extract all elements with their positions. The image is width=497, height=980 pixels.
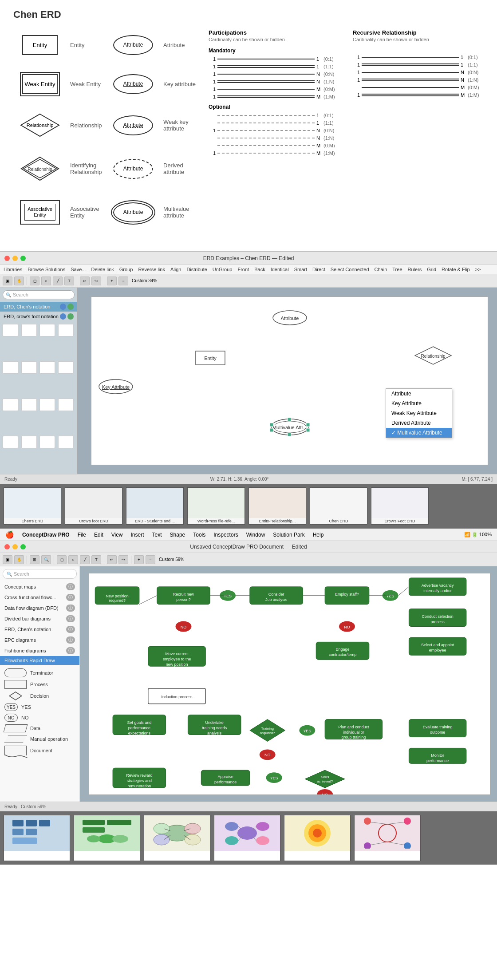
cd-toolbar-text[interactable]: T — [91, 555, 101, 564]
erd-canvas-inner[interactable]: Attribute Entity Relatio — [91, 296, 488, 465]
toolbar-zoomout[interactable]: − — [118, 277, 128, 285]
thumb-crowsfoot2[interactable]: Crow's Foot ERD — [371, 487, 429, 525]
menu-libraries[interactable]: Libraries — [4, 267, 22, 272]
thumb-chenserd[interactable]: Chen's ERD — [4, 487, 61, 525]
menu-text[interactable]: Text — [152, 532, 162, 538]
menu-view[interactable]: View — [111, 532, 123, 538]
menu-chain[interactable]: Chain — [375, 267, 387, 272]
toolbar-shape2[interactable]: ○ — [41, 277, 51, 285]
shape-thumb-5[interactable] — [3, 361, 18, 374]
toolbar-shape1[interactable]: ◻ — [30, 277, 39, 285]
toolbar-text[interactable]: T — [64, 277, 74, 285]
menu-edit[interactable]: Edit — [94, 532, 103, 538]
menu-save[interactable]: Save... — [71, 267, 86, 272]
ctx-weak-key-attribute[interactable]: Weak Key Attribute — [386, 408, 452, 418]
thumb2-6[interactable] — [354, 815, 421, 861]
close-btn2[interactable] — [4, 544, 10, 549]
cd-toolbar-grid[interactable]: ⊞ — [30, 555, 39, 564]
menu-insert[interactable]: Insert — [131, 532, 144, 538]
shape-thumb-7[interactable] — [39, 361, 55, 374]
toolbar-zoomin[interactable]: + — [107, 277, 117, 285]
ctx-derived-attribute[interactable]: Derived Attribute — [386, 418, 452, 428]
cd-toolbar-select[interactable]: ▣ — [3, 555, 12, 564]
thumb2-1[interactable] — [4, 815, 70, 861]
menu-group[interactable]: Group — [119, 267, 133, 272]
menu-deletelink[interactable]: Delete link — [91, 267, 114, 272]
cd-shape-decision[interactable]: Decision — [4, 692, 75, 700]
menu-direct[interactable]: Direct — [312, 267, 325, 272]
shape-thumb-3[interactable] — [39, 324, 55, 336]
thumb2-3[interactable] — [144, 815, 210, 861]
cd-section-flowcharts[interactable]: Flowcharts Rapid Draw — [0, 656, 79, 665]
shape-thumb-4[interactable] — [58, 324, 74, 336]
shape-thumb-1[interactable] — [3, 324, 18, 336]
cd-toolbar-line[interactable]: ╱ — [80, 555, 90, 564]
shape-thumb-16[interactable] — [58, 436, 74, 448]
minimize-btn2[interactable] — [12, 544, 18, 549]
sidebar-item-chen[interactable]: ERD, Chen's notation — [0, 302, 77, 312]
thumb2-4[interactable] — [214, 815, 280, 861]
menu-solutionpark[interactable]: Solution Park — [273, 532, 304, 538]
cd-toolbar-undo[interactable]: ↩ — [107, 555, 117, 564]
conceptdraw-canvas-inner[interactable]: New position required? Recruit new perso… — [89, 573, 490, 795]
menu-rulers[interactable]: Rulers — [408, 267, 422, 272]
cd-toolbar-hand[interactable]: ✋ — [14, 555, 24, 564]
thumb2-2[interactable] — [74, 815, 140, 861]
conceptdraw-canvas[interactable]: New position required? Recruit new perso… — [80, 566, 497, 802]
cd-toolbar-circle[interactable]: ○ — [68, 555, 78, 564]
ctx-attribute[interactable]: Attribute — [386, 389, 452, 399]
menu-more[interactable]: >> — [475, 267, 481, 272]
menu-window[interactable]: Window — [246, 532, 265, 538]
shape-thumb-8[interactable] — [58, 361, 74, 374]
cd-shape-process[interactable]: Process — [4, 680, 75, 689]
shape-thumb-14[interactable] — [21, 436, 37, 448]
menu-tools[interactable]: Tools — [193, 532, 205, 538]
ctx-key-attribute[interactable]: Key Attribute — [386, 399, 452, 408]
ctx-multivalue-attribute[interactable]: ✓ Multivalue Attribute — [386, 428, 452, 438]
menu-shape[interactable]: Shape — [170, 532, 185, 538]
toolbar-line[interactable]: ╱ — [53, 277, 63, 285]
erd-multivalue-node[interactable]: Multivalue Attr... — [270, 418, 310, 438]
menu-rotateflip[interactable]: Rotate & Flip — [442, 267, 470, 272]
cd-section-divided-bar[interactable]: Divided bar diagrams ⓘ — [0, 613, 79, 624]
shape-thumb-10[interactable] — [21, 399, 37, 411]
toolbar-hand[interactable]: ✋ — [14, 277, 24, 285]
cd-section-epc[interactable]: EPC diagrams ⓘ — [0, 635, 79, 645]
toolbar-undo[interactable]: ↩ — [80, 277, 90, 285]
cd-section-concept-maps[interactable]: Concept maps ⓘ — [0, 581, 79, 592]
sidebar-item-crowsfoot[interactable]: ERD, crow's foot notation — [0, 312, 77, 321]
shape-thumb-15[interactable] — [39, 436, 55, 448]
toolbar-redo[interactable]: ↪ — [91, 277, 101, 285]
maximize-btn2[interactable] — [20, 544, 26, 549]
menu-grid[interactable]: Grid — [427, 267, 436, 272]
minimize-button[interactable] — [12, 256, 18, 261]
thumb-entity-rel[interactable]: Entity-Relationship... — [248, 487, 306, 525]
shape-thumb-9[interactable] — [3, 399, 18, 411]
shape-thumb-6[interactable] — [21, 361, 37, 374]
shape-thumb-2[interactable] — [21, 324, 37, 336]
menu-tree[interactable]: Tree — [392, 267, 402, 272]
menu-browse[interactable]: Browse Solutions — [28, 267, 65, 272]
shape-thumb-13[interactable] — [3, 436, 18, 448]
thumb-chenerd[interactable]: Chen ERD — [310, 487, 367, 525]
toolbar-select[interactable]: ▣ — [3, 277, 12, 285]
erd-app-canvas[interactable]: Attribute Entity Relatio — [78, 288, 497, 474]
menu-reverselink[interactable]: Reverse link — [138, 267, 165, 272]
cd-section-fishbone[interactable]: Fishbone diagrams ⓘ — [0, 645, 79, 656]
menu-distribute[interactable]: Distribute — [186, 267, 207, 272]
cd-toolbar-zoomout[interactable]: − — [146, 555, 155, 564]
menu-ungroup[interactable]: UnGroup — [213, 267, 233, 272]
cd-zoom-level[interactable]: Custom 59% — [159, 557, 184, 562]
thumb-wordpress[interactable]: WordPress file-refe... — [187, 487, 245, 525]
thumb2-5[interactable] — [284, 815, 351, 861]
cd-section-cross-functional[interactable]: Cross-functional flowc... ⓘ — [0, 592, 79, 603]
menu-front[interactable]: Front — [237, 267, 249, 272]
cd-shape-document[interactable]: Document — [4, 746, 75, 755]
maximize-button[interactable] — [20, 256, 26, 261]
cd-search-input[interactable]: 🔍 Search — [3, 569, 77, 579]
shape-thumb-11[interactable] — [39, 399, 55, 411]
menu-identical[interactable]: Identical — [271, 267, 289, 272]
thumb-crowsfooterd[interactable]: Crow's foot ERD — [65, 487, 122, 525]
menu-back[interactable]: Back — [254, 267, 265, 272]
menu-selectconnected[interactable]: Select Connected — [331, 267, 369, 272]
